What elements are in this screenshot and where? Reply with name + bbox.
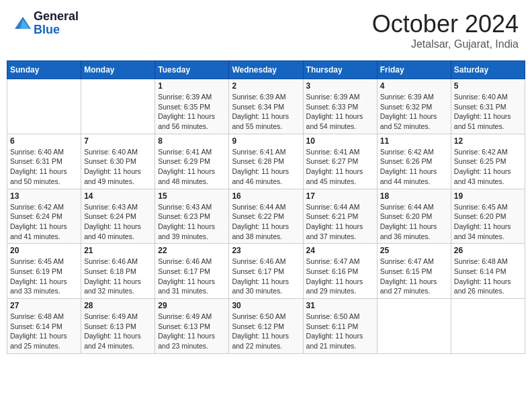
- cell-info: Sunrise: 6:42 AMSunset: 6:24 PMDaylight:…: [10, 202, 78, 242]
- day-number: 5: [454, 81, 522, 91]
- calendar-cell: 28Sunrise: 6:49 AMSunset: 6:13 PMDayligh…: [81, 299, 155, 354]
- title-block: October 2024 Jetalsar, Gujarat, India: [372, 10, 519, 50]
- calendar-cell: 23Sunrise: 6:46 AMSunset: 6:17 PMDayligh…: [229, 244, 303, 299]
- cell-info: Sunrise: 6:43 AMSunset: 6:24 PMDaylight:…: [84, 202, 152, 242]
- logo-line2: Blue: [34, 24, 79, 37]
- cell-info: Sunrise: 6:42 AMSunset: 6:25 PMDaylight:…: [454, 147, 522, 187]
- day-number: 29: [158, 301, 226, 310]
- day-number: 20: [10, 246, 78, 255]
- page-header: General Blue October 2024 Jetalsar, Guja…: [7, 7, 525, 54]
- cell-info: Sunrise: 6:44 AMSunset: 6:20 PMDaylight:…: [380, 202, 448, 242]
- calendar-cell: 4Sunrise: 6:39 AMSunset: 6:32 PMDaylight…: [377, 79, 451, 134]
- cell-info: Sunrise: 6:41 AMSunset: 6:27 PMDaylight:…: [306, 147, 374, 187]
- calendar-cell: 13Sunrise: 6:42 AMSunset: 6:24 PMDayligh…: [7, 189, 81, 244]
- day-number: 11: [380, 136, 448, 146]
- logo-line1: General: [34, 10, 79, 24]
- day-header-sunday: Sunday: [7, 61, 81, 79]
- calendar-cell: 31Sunrise: 6:50 AMSunset: 6:11 PMDayligh…: [303, 299, 377, 354]
- day-number: 8: [158, 136, 226, 146]
- calendar-cell: 8Sunrise: 6:41 AMSunset: 6:29 PMDaylight…: [155, 134, 229, 189]
- day-number: 27: [10, 301, 78, 310]
- calendar-cell: [7, 79, 81, 134]
- week-row-4: 20Sunrise: 6:45 AMSunset: 6:19 PMDayligh…: [7, 244, 525, 299]
- day-number: 14: [84, 191, 152, 201]
- calendar-cell: 27Sunrise: 6:48 AMSunset: 6:14 PMDayligh…: [7, 299, 81, 354]
- cell-info: Sunrise: 6:47 AMSunset: 6:15 PMDaylight:…: [380, 257, 448, 296]
- cell-info: Sunrise: 6:39 AMSunset: 6:34 PMDaylight:…: [232, 92, 300, 132]
- calendar-cell: 7Sunrise: 6:40 AMSunset: 6:30 PMDaylight…: [81, 134, 155, 189]
- calendar-cell: 20Sunrise: 6:45 AMSunset: 6:19 PMDayligh…: [7, 244, 81, 299]
- day-number: 4: [380, 81, 448, 91]
- logo: General Blue: [13, 10, 79, 37]
- cell-info: Sunrise: 6:47 AMSunset: 6:16 PMDaylight:…: [306, 257, 374, 296]
- calendar-cell: 15Sunrise: 6:43 AMSunset: 6:23 PMDayligh…: [155, 189, 229, 244]
- calendar-cell: 3Sunrise: 6:39 AMSunset: 6:33 PMDaylight…: [303, 79, 377, 134]
- calendar-cell: 11Sunrise: 6:42 AMSunset: 6:26 PMDayligh…: [377, 134, 451, 189]
- cell-info: Sunrise: 6:46 AMSunset: 6:17 PMDaylight:…: [232, 257, 300, 296]
- day-header-monday: Monday: [81, 61, 155, 79]
- calendar-cell: 2Sunrise: 6:39 AMSunset: 6:34 PMDaylight…: [229, 79, 303, 134]
- day-header-friday: Friday: [377, 61, 451, 79]
- day-number: 24: [306, 246, 374, 255]
- calendar-cell: 17Sunrise: 6:44 AMSunset: 6:21 PMDayligh…: [303, 189, 377, 244]
- day-number: 23: [232, 246, 300, 255]
- cell-info: Sunrise: 6:43 AMSunset: 6:23 PMDaylight:…: [158, 202, 226, 242]
- day-number: 1: [158, 81, 226, 91]
- calendar-cell: 16Sunrise: 6:44 AMSunset: 6:22 PMDayligh…: [229, 189, 303, 244]
- cell-info: Sunrise: 6:39 AMSunset: 6:35 PMDaylight:…: [158, 92, 226, 132]
- cell-info: Sunrise: 6:39 AMSunset: 6:33 PMDaylight:…: [306, 92, 374, 132]
- calendar-cell: 26Sunrise: 6:48 AMSunset: 6:14 PMDayligh…: [451, 244, 525, 299]
- week-row-2: 6Sunrise: 6:40 AMSunset: 6:31 PMDaylight…: [7, 134, 525, 189]
- day-number: 19: [454, 191, 522, 201]
- cell-info: Sunrise: 6:46 AMSunset: 6:18 PMDaylight:…: [84, 257, 152, 296]
- day-number: 2: [232, 81, 300, 91]
- cell-info: Sunrise: 6:45 AMSunset: 6:20 PMDaylight:…: [454, 202, 522, 242]
- cell-info: Sunrise: 6:50 AMSunset: 6:12 PMDaylight:…: [232, 312, 300, 351]
- day-number: 22: [158, 246, 226, 255]
- day-number: 15: [158, 191, 226, 201]
- day-header-tuesday: Tuesday: [155, 61, 229, 79]
- calendar-cell: 24Sunrise: 6:47 AMSunset: 6:16 PMDayligh…: [303, 244, 377, 299]
- calendar-cell: 5Sunrise: 6:40 AMSunset: 6:31 PMDaylight…: [451, 79, 525, 134]
- calendar-cell: 14Sunrise: 6:43 AMSunset: 6:24 PMDayligh…: [81, 189, 155, 244]
- calendar-cell: 22Sunrise: 6:46 AMSunset: 6:17 PMDayligh…: [155, 244, 229, 299]
- day-number: 28: [84, 301, 152, 310]
- cell-info: Sunrise: 6:45 AMSunset: 6:19 PMDaylight:…: [10, 257, 78, 296]
- calendar-cell: 10Sunrise: 6:41 AMSunset: 6:27 PMDayligh…: [303, 134, 377, 189]
- cell-info: Sunrise: 6:40 AMSunset: 6:31 PMDaylight:…: [454, 92, 522, 132]
- calendar-cell: 25Sunrise: 6:47 AMSunset: 6:15 PMDayligh…: [377, 244, 451, 299]
- cell-info: Sunrise: 6:49 AMSunset: 6:13 PMDaylight:…: [84, 312, 152, 351]
- calendar-title: October 2024: [372, 10, 519, 38]
- calendar-cell: 18Sunrise: 6:44 AMSunset: 6:20 PMDayligh…: [377, 189, 451, 244]
- cell-info: Sunrise: 6:48 AMSunset: 6:14 PMDaylight:…: [10, 312, 78, 351]
- week-row-3: 13Sunrise: 6:42 AMSunset: 6:24 PMDayligh…: [7, 189, 525, 244]
- day-number: 26: [454, 246, 522, 255]
- day-header-saturday: Saturday: [451, 61, 525, 79]
- day-number: 17: [306, 191, 374, 201]
- cell-info: Sunrise: 6:40 AMSunset: 6:30 PMDaylight:…: [84, 147, 152, 187]
- cell-info: Sunrise: 6:49 AMSunset: 6:13 PMDaylight:…: [158, 312, 226, 351]
- day-number: 30: [232, 301, 300, 310]
- cell-info: Sunrise: 6:48 AMSunset: 6:14 PMDaylight:…: [454, 257, 522, 296]
- calendar-cell: [81, 79, 155, 134]
- day-number: 13: [10, 191, 78, 201]
- week-row-1: 1Sunrise: 6:39 AMSunset: 6:35 PMDaylight…: [7, 79, 525, 134]
- cell-info: Sunrise: 6:40 AMSunset: 6:31 PMDaylight:…: [10, 147, 78, 187]
- calendar-cell: 21Sunrise: 6:46 AMSunset: 6:18 PMDayligh…: [81, 244, 155, 299]
- day-number: 9: [232, 136, 300, 146]
- calendar-cell: 29Sunrise: 6:49 AMSunset: 6:13 PMDayligh…: [155, 299, 229, 354]
- day-number: 6: [10, 136, 78, 146]
- day-header-wednesday: Wednesday: [229, 61, 303, 79]
- calendar-cell: 9Sunrise: 6:41 AMSunset: 6:28 PMDaylight…: [229, 134, 303, 189]
- cell-info: Sunrise: 6:44 AMSunset: 6:22 PMDaylight:…: [232, 202, 300, 242]
- cell-info: Sunrise: 6:42 AMSunset: 6:26 PMDaylight:…: [380, 147, 448, 187]
- day-number: 3: [306, 81, 374, 91]
- calendar-table: SundayMondayTuesdayWednesdayThursdayFrid…: [7, 60, 525, 354]
- day-header-thursday: Thursday: [303, 61, 377, 79]
- calendar-cell: [451, 299, 525, 354]
- calendar-cell: [377, 299, 451, 354]
- cell-info: Sunrise: 6:50 AMSunset: 6:11 PMDaylight:…: [306, 312, 374, 351]
- day-number: 18: [380, 191, 448, 201]
- day-number: 25: [380, 246, 448, 255]
- calendar-header-row: SundayMondayTuesdayWednesdayThursdayFrid…: [7, 61, 525, 79]
